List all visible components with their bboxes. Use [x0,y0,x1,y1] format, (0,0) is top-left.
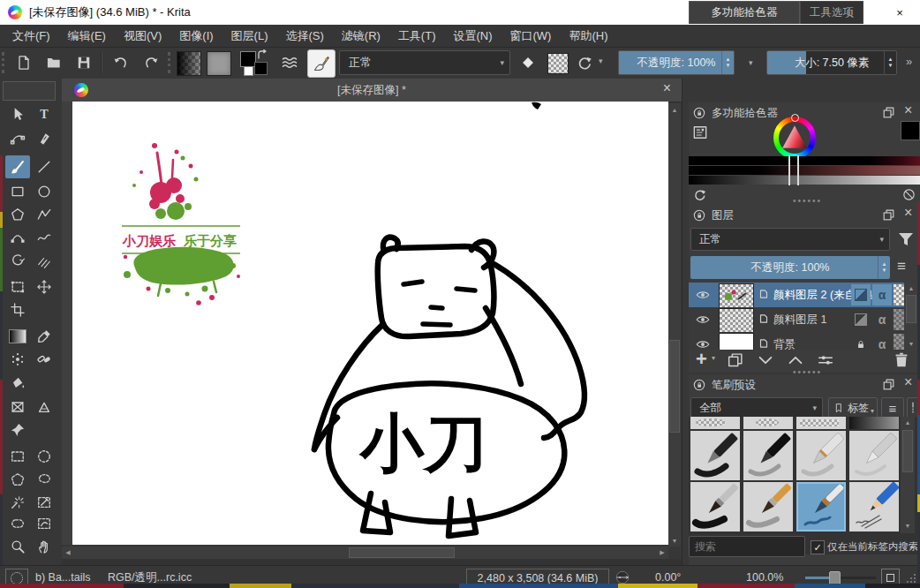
menu-image[interactable]: 图像(I) [170,25,222,48]
layers-scrollbar[interactable]: ▲ ▼ [904,283,918,350]
tool-outline-select[interactable] [32,512,57,535]
layer-row-selected[interactable]: 颜料图层 2 (来自粘贴) α [689,283,904,307]
no-color-icon[interactable] [901,187,916,202]
preserve-alpha-button[interactable] [547,53,569,74]
brush-filter-dropdown[interactable]: 全部 ▾ [690,397,823,418]
hue-marker[interactable] [791,114,799,122]
redo-button[interactable] [138,49,164,76]
tool-magnetic-select[interactable] [5,512,30,535]
refresh-colors-icon[interactable] [692,187,707,202]
brushes-close-icon[interactable]: × [904,374,912,390]
brush-display-mode-button[interactable]: ≡ [881,397,904,418]
alpha-lock-toggle[interactable]: α [872,284,892,305]
selector-settings-icon[interactable] [691,124,709,141]
menu-tools[interactable]: 工具(T) [389,25,445,48]
tool-edit-shapes[interactable] [5,127,30,150]
document-tab-title[interactable]: [未保存图像] * [62,79,682,102]
brush-preset-tile-ink-pen[interactable] [690,431,740,480]
grid-scroll-thumb[interactable] [902,430,913,472]
tool-calligraphy[interactable] [32,127,57,150]
gradient-swatch[interactable] [177,51,201,76]
layer-thumbnail[interactable] [719,308,754,333]
brush-preset-tile[interactable] [849,417,899,429]
tool-fill[interactable] [5,371,30,394]
toolbar-grip[interactable] [2,52,8,73]
tool-freehand-path[interactable] [32,226,57,249]
layer-filter-icon[interactable] [895,229,916,250]
brush-search-input[interactable] [689,536,805,557]
brushes-lock-icon[interactable] [692,378,706,392]
add-layer-dropdown-icon[interactable]: ▾ [712,354,715,362]
move-layer-down-button[interactable] [756,351,775,370]
value-bar-2[interactable] [689,166,920,175]
brush-preset-tile-blue-pencil[interactable] [849,482,899,531]
menu-file[interactable]: 文件(F) [4,25,59,48]
menu-window[interactable]: 窗口(W) [501,25,561,48]
layers-float-icon[interactable] [881,207,896,222]
pattern-swatch[interactable] [207,51,231,76]
tool-smart-patch[interactable] [32,348,57,371]
tool-polygon[interactable] [5,203,30,226]
layer-lock-toggle[interactable] [851,334,871,350]
layers-scroll-thumb[interactable] [906,295,916,323]
undo-button[interactable] [108,49,134,76]
tool-transform[interactable] [5,275,30,298]
value-bar-marker[interactable] [788,155,799,185]
layer-name[interactable]: 背景 [773,337,796,350]
close-docker-icon[interactable]: × [904,102,912,118]
tool-zoom[interactable] [5,535,30,558]
layer-options-icon[interactable]: ≡ [897,258,906,275]
save-button[interactable] [71,49,97,76]
canvas-hscrollbar[interactable]: ◀ ▶ [62,547,668,559]
alpha-lock-toggle[interactable]: α [872,334,892,350]
toolbar-overflow-button[interactable]: » [906,55,912,68]
canvas-vscrollbar[interactable]: ▲ ▼ [668,103,681,547]
layer-alpha-chip[interactable] [894,334,904,350]
vscroll-thumb[interactable] [669,340,680,433]
brush-preset-tile-metal-pen[interactable] [849,431,899,480]
tool-reference-images[interactable] [5,418,30,441]
choose-brush-preset-button[interactable] [277,49,302,76]
close-button[interactable]: × [879,0,920,25]
tool-bezier-select[interactable] [32,491,57,514]
tool-polygon-select[interactable] [5,468,30,491]
brush-preset-tile-marker[interactable] [743,431,793,480]
tab-tool-options[interactable]: 工具选项 [800,1,863,24]
background-color-swatch[interactable] [244,66,253,76]
zoom-slider[interactable] [805,577,876,579]
hue-ring[interactable] [773,117,816,159]
tool-transform-select[interactable] [5,102,30,125]
menu-select[interactable]: 选择(S) [276,25,332,48]
tool-color-sampler[interactable] [32,325,57,348]
delete-layer-button[interactable] [892,351,911,370]
tool-text[interactable]: T [32,102,57,125]
brush-grid-scrollbar[interactable]: ▲ ▼ [901,417,915,533]
layer-alpha-chip[interactable] [894,309,904,330]
layers-close-icon[interactable]: × [904,205,912,221]
vscroll-up-icon[interactable]: ▲ [668,103,681,116]
tool-crop[interactable] [5,298,30,321]
tool-freehand-brush[interactable] [5,155,30,178]
layers-scroll-down-icon[interactable]: ▼ [904,338,918,349]
tool-freehand-select[interactable] [32,468,57,491]
inherit-alpha-toggle[interactable] [851,309,871,330]
brush-size-slider[interactable]: 大小: 7.50 像素 ▲▼ [766,50,897,75]
toolbox-header[interactable] [3,81,56,101]
menu-edit[interactable]: 编辑(E) [59,25,115,48]
layer-thumbnail[interactable] [719,333,754,350]
menu-help[interactable]: 帮助(H) [560,25,616,48]
brush-preset-tile-watercolor-selected[interactable] [796,482,846,531]
hscroll-thumb[interactable] [349,547,455,558]
tab-advanced-color-selector[interactable]: 多功能拾色器 [689,1,800,24]
layers-scroll-up-icon[interactable]: ▲ [904,283,918,293]
value-bar-3[interactable] [689,176,920,185]
alpha-lock-toggle[interactable]: α [872,309,892,330]
brush-preset-tile-silver-pen[interactable] [796,431,846,480]
opacity-spinner[interactable]: ▲▼ [721,51,734,74]
menu-layer[interactable]: 图层(L) [222,25,277,48]
tool-polyline[interactable] [32,203,57,226]
blending-mode-dropdown[interactable]: 正常 ▾ [339,50,510,75]
opacity-slider[interactable]: 不透明度: 100% ▲▼ [618,50,735,75]
duplicate-layer-button[interactable] [726,351,745,370]
tool-rect-select[interactable] [5,445,30,468]
